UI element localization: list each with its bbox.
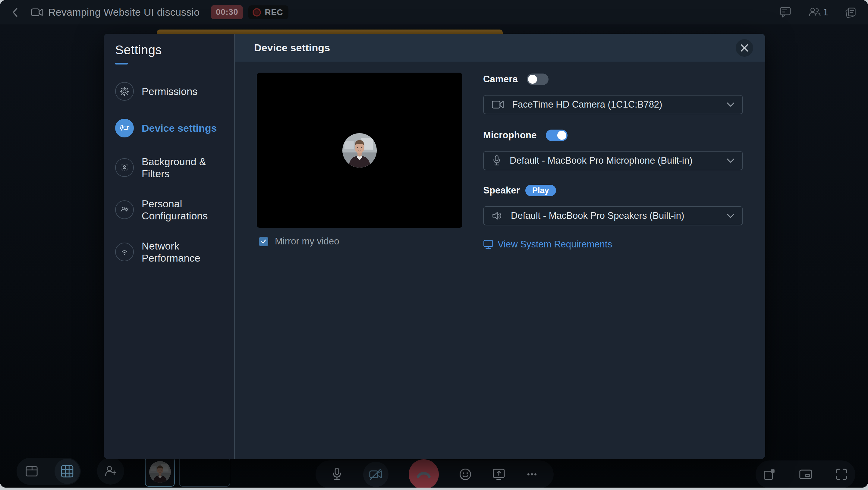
meeting-app-window: Revamping Website UI discussio 00:30 REC… [0, 0, 868, 488]
chevron-down-icon [727, 213, 735, 218]
emoji-icon [459, 468, 472, 481]
settings-sidebar: Settings Permissions Device settings [104, 34, 235, 459]
more-options-button[interactable] [525, 468, 538, 481]
topbar: Revamping Website UI discussio 00:30 REC… [0, 0, 868, 24]
toggle-knob [557, 131, 566, 140]
sidebar-item-background-filters[interactable]: Background & Filters [115, 155, 221, 180]
mirror-video-checkbox[interactable] [259, 237, 268, 246]
person-add-icon [104, 464, 118, 478]
hangup-icon [416, 469, 432, 479]
participants-button[interactable]: 1 [808, 6, 828, 19]
person-gear-icon [115, 201, 134, 219]
meeting-timer: 00:30 [211, 5, 243, 19]
camera-toggle-button[interactable] [363, 462, 389, 487]
mic-button[interactable] [331, 467, 343, 482]
microphone-select[interactable]: Default - MacBook Pro Microphone (Built-… [483, 151, 743, 170]
settings-nav: Permissions Device settings Background &… [115, 82, 234, 264]
popout-button[interactable] [763, 468, 776, 481]
self-video-thumbnail[interactable] [145, 457, 175, 487]
speaker-label: Speaker [483, 185, 520, 196]
sidebar-item-label: Device settings [142, 122, 217, 134]
mic-camera-icon [115, 119, 134, 137]
microphone-label: Microphone [483, 130, 537, 141]
reactions-button[interactable] [459, 468, 472, 481]
layout-switcher [17, 458, 81, 485]
back-button[interactable] [11, 7, 19, 17]
mic-icon [331, 467, 343, 482]
system-requirements-link[interactable]: View System Requirements [483, 239, 612, 250]
speaker-select[interactable]: Default - MacBook Pro Speakers (Built-in… [483, 206, 743, 225]
participant-count: 1 [823, 7, 828, 18]
more-icon [525, 468, 538, 481]
fullscreen-icon [835, 468, 848, 481]
mirror-video-row: Mirror my video [259, 236, 339, 247]
close-icon [741, 44, 748, 52]
camera-toggle[interactable] [527, 73, 549, 85]
recording-indicator: REC [248, 5, 288, 19]
fullscreen-button[interactable] [835, 468, 848, 481]
sidebar-item-network-performance[interactable]: Network Performance [115, 240, 221, 264]
sidebar-item-label: Permissions [142, 85, 197, 97]
background-filters-icon [115, 158, 134, 177]
toggle-knob [528, 75, 537, 84]
chevron-down-icon [727, 158, 735, 163]
meeting-title: Revamping Website UI discussio [48, 6, 199, 18]
sidebar-item-permissions[interactable]: Permissions [115, 82, 221, 101]
pip-icon [799, 468, 812, 481]
speaker-layout-button[interactable] [25, 465, 38, 478]
settings-modal: Settings Permissions Device settings [104, 34, 765, 459]
call-controls [315, 460, 554, 488]
sidebar-item-device-settings[interactable]: Device settings [115, 119, 221, 137]
camera-preview [257, 73, 462, 228]
microphone-select-value: Default - MacBook Pro Microphone (Built-… [510, 155, 692, 166]
layout-speaker-icon [25, 465, 38, 478]
speaker-select-value: Default - MacBook Pro Speakers (Built-in… [511, 210, 684, 221]
window-controls [755, 460, 855, 488]
grid-layout-button[interactable] [55, 459, 80, 484]
panel-header: Device settings [235, 34, 765, 62]
camera-select-value: FaceTime HD Camera (1C1C:B782) [512, 99, 662, 110]
chevron-left-icon [11, 7, 19, 17]
play-sound-button[interactable]: Play [525, 185, 556, 196]
camera-label: Camera [483, 74, 518, 85]
user-avatar [342, 133, 377, 167]
hangup-button[interactable] [409, 459, 439, 488]
mirror-video-label: Mirror my video [275, 236, 339, 247]
pip-button[interactable] [799, 468, 812, 481]
meeting-video-icon [31, 7, 43, 17]
layout-grid-icon [61, 465, 74, 478]
chat-icon [780, 6, 792, 19]
screen-share-icon [492, 468, 505, 481]
notes-button[interactable] [844, 6, 857, 19]
microphone-toggle[interactable] [546, 130, 567, 141]
add-participant-button[interactable] [97, 457, 124, 485]
camera-row: Camera [483, 73, 549, 85]
sidebar-item-label: Personal Configurations [142, 198, 221, 222]
system-requirements-label: View System Requirements [498, 239, 612, 250]
settings-title: Settings [115, 43, 234, 57]
network-icon [115, 243, 134, 261]
chat-button[interactable] [780, 6, 792, 19]
settings-title-underline [115, 63, 128, 64]
check-icon [261, 239, 267, 244]
self-avatar [149, 461, 171, 483]
screen-share-button[interactable] [492, 468, 505, 481]
popout-icon [763, 468, 776, 481]
close-button[interactable] [736, 39, 753, 57]
participants-icon [808, 6, 821, 19]
sidebar-item-personal-configurations[interactable]: Personal Configurations [115, 198, 221, 222]
camera-select[interactable]: FaceTime HD Camera (1C1C:B782) [483, 95, 743, 114]
microphone-row: Microphone [483, 129, 567, 141]
device-settings-panel: Device settings Mirror my video [235, 34, 765, 459]
panel-title: Device settings [254, 42, 330, 54]
chevron-down-icon [727, 102, 735, 107]
speaker-icon [492, 210, 503, 221]
gear-icon [115, 82, 134, 101]
sidebar-item-label: Background & Filters [142, 155, 221, 180]
monitor-icon [483, 239, 493, 249]
rec-label: REC [265, 7, 283, 17]
video-camera-icon [492, 99, 504, 110]
notes-icon [844, 6, 857, 19]
speaker-row: Speaker Play [483, 184, 556, 196]
panel-content: Mirror my video Camera FaceTime HD Camer… [235, 62, 765, 459]
